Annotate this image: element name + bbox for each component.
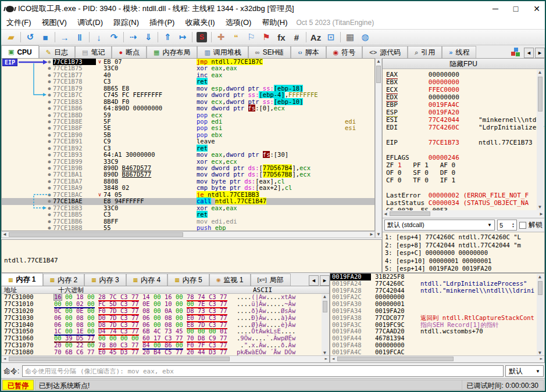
register-line[interactable]: EBX 00000000 — [386, 78, 544, 86]
breakpoint-dot[interactable]: ● — [46, 78, 53, 85]
scroll-dump-tabs-right[interactable]: ► — [320, 275, 330, 286]
stack-argument[interactable]: 2: [esp+8] 77C42044 ntdll.77C42044 "m — [385, 242, 544, 250]
breakpoint-dot[interactable]: ● — [46, 105, 53, 112]
register-line[interactable]: LastStatus C0000034 (STATUS_OBJECT_NA — [386, 199, 544, 207]
breakpoint-dot[interactable]: ● — [46, 171, 53, 178]
tab-内存-1[interactable]: ▦内存 1 — [1, 273, 43, 286]
scroll-tabs-left[interactable]: ◄ — [524, 48, 534, 58]
disasm-row[interactable]: ●77CE1B8664:890D 00000000mov dword ptr f… — [2, 105, 374, 112]
register-line[interactable]: ECX FFEC0000 — [386, 86, 544, 93]
tab-内存-4[interactable]: ▦内存 4 — [126, 274, 168, 286]
preferences-globe-icon[interactable]: ◍ — [358, 30, 373, 44]
tab-日志[interactable]: ✎日志 — [39, 46, 75, 58]
tab-监视-1[interactable]: ◉监视 1 — [209, 274, 251, 286]
stack-row[interactable]: 0019FA3000000001 — [330, 301, 544, 308]
breakpoint-dot[interactable]: ● — [46, 165, 53, 171]
tab-seh链[interactable]: ∞SEH链 — [248, 46, 291, 58]
menu-item[interactable]: 视图(V) — [37, 16, 72, 29]
comments-icon[interactable]: “ — [229, 30, 244, 44]
hide-fpu-button[interactable]: 隐藏FPU — [383, 59, 544, 69]
calculator-icon[interactable]: ▦ — [342, 30, 358, 44]
register-line[interactable]: EIP 77CE1B73 ntdll.77CE1B73 — [386, 139, 544, 146]
register-line[interactable]: ZF 1 PF 1 AF 0 — [386, 161, 544, 169]
step-over-icon[interactable]: ↷ — [106, 30, 122, 44]
tab-笔记[interactable]: ▤笔记 — [75, 46, 112, 58]
stack-argument[interactable]: 5: [esp+14] 0019FA20 0019FA20 — [385, 265, 544, 273]
stack-row[interactable]: 0019FA4077CAAD20ntdll.wcstombs+70 — [330, 328, 544, 335]
dump-rows[interactable]: 77C3100016 00 18 0028 7C C3 7714 00 16 0… — [2, 294, 322, 356]
open-file-icon[interactable]: ▰ — [3, 30, 19, 44]
arg-count-spinner[interactable]: 5 ▲▼ — [497, 220, 517, 231]
dump-vscrollbar[interactable]: ▲ ▼ — [322, 294, 329, 356]
register-line[interactable]: EDI 77C4260C "LdrpInitializePro — [386, 124, 544, 131]
stack-argument[interactable]: 3: [esp+C] 00000000 00000000 — [385, 249, 544, 257]
stack-row[interactable]: 0019FA3C0019FC9C指向SEH_Record[1]的指针 — [330, 322, 544, 329]
tab-cpu[interactable]: ▣CPU — [1, 45, 39, 58]
menu-item[interactable]: 插件(P) — [144, 16, 180, 29]
register-line[interactable]: LastError 00000002 (ERROR_FILE_NOT_F — [386, 192, 544, 199]
breakpoint-dot[interactable]: ● — [46, 125, 53, 131]
breakpoint-dot[interactable]: ● — [46, 65, 53, 71]
tab-引用[interactable]: ⌕引用 — [408, 46, 442, 58]
tab-调用堆栈[interactable]: ▥调用堆栈 — [197, 46, 248, 58]
convention-dropdown[interactable]: 默认 (stdcall) ▼ — [384, 220, 495, 231]
stack-row[interactable]: 0019FA2877C42044ntdll."minkernel\\ntdll\… — [330, 287, 544, 294]
command-input[interactable] — [22, 365, 504, 377]
tab-线程[interactable]: »线程 — [442, 46, 476, 58]
breakpoint-dot[interactable]: ● — [46, 85, 53, 92]
execute-till-return-icon[interactable]: ⇑ — [160, 30, 175, 44]
stack-row[interactable]: 0019FA4800000000 — [330, 342, 544, 349]
breakpoint-dot[interactable]: ● — [46, 138, 53, 145]
dump-hscrollbar[interactable]: ◄ ► — [2, 355, 329, 362]
breakpoint-dot[interactable]: ● — [46, 218, 53, 225]
register-line[interactable]: CF 0 TF 0 IF 1 — [386, 177, 544, 184]
breakpoint-dot[interactable]: ● — [46, 211, 53, 218]
stack-row[interactable]: 0019FA3877CDC077返回到 ntdll.RtlCaptureStac… — [330, 315, 544, 322]
maximize-button[interactable]: □ — [513, 4, 518, 13]
trace-into-icon[interactable]: ⇢ — [126, 30, 141, 44]
close-button[interactable]: ✕ — [533, 4, 540, 13]
hash-icon[interactable]: # — [289, 30, 304, 44]
restart-icon[interactable]: ↺ — [23, 30, 38, 44]
disasm-row[interactable]: ●77CE1B7CC745 FC FEFFFFFFmov dword ptr s… — [2, 92, 374, 98]
tab-局部[interactable]: [x=]局部 — [251, 274, 291, 286]
stack-row[interactable]: 0019FA4C0019FCAC — [330, 349, 544, 356]
stack-row[interactable]: 0019FA2477C4260Cntdll."LdrpInitializePro… — [330, 280, 544, 287]
menu-item[interactable]: 跟踪(N) — [108, 16, 144, 29]
stack-rows[interactable]: 0019FA2031B225F80019FA2477C4260Cntdll."L… — [330, 274, 544, 362]
breakpoint-dot[interactable]: ● — [46, 159, 53, 165]
tab-源代码[interactable]: <>源代码 — [362, 46, 408, 58]
breakpoint-dot[interactable]: ● — [46, 132, 53, 138]
breakpoint-dot[interactable]: ● — [46, 192, 53, 198]
disassembly-pane[interactable]: ●77CE1B73∨EB 07jmp ntdll.77CE1B7C●77CE1B… — [1, 58, 375, 231]
register-line[interactable] — [386, 146, 544, 154]
minimize-button[interactable]: ─ — [493, 4, 498, 13]
tab-符号[interactable]: ◉符号 — [326, 46, 363, 58]
register-line[interactable]: ESI 77C42044 "minkernel\\ntdll\ — [386, 116, 544, 124]
register-line[interactable]: EDX 00000000 — [386, 93, 544, 101]
call-arguments-list[interactable]: 1: [esp+4] 77C4260C ntdll.77C4260C "L2: … — [383, 232, 544, 274]
disasm-row[interactable]: ●77CE1BAEE8 94FFFFFFcall ntdll.77CE1B47 — [2, 198, 374, 204]
register-line[interactable]: EFLAGS 00000246 — [386, 154, 544, 161]
register-line[interactable] — [386, 131, 544, 139]
menu-item[interactable]: 帮助(H) — [256, 16, 292, 29]
tab-内存布局[interactable]: ▦内存布局 — [147, 46, 197, 58]
run-to-user-code-icon[interactable]: ↦ — [175, 30, 190, 44]
registers-hscrollbar[interactable]: ◄ ► — [383, 210, 544, 218]
menu-item[interactable]: 选项(O) — [220, 16, 257, 29]
breakpoint-dot[interactable]: ● — [46, 72, 53, 78]
breakpoint-dot[interactable]: ● — [46, 185, 53, 191]
breakpoint-dot[interactable]: ● — [46, 225, 53, 231]
register-line[interactable]: ESP 0019FA20 — [386, 109, 544, 116]
menu-item[interactable]: 调试(D) — [72, 16, 108, 29]
breakpoint-dot[interactable]: ● — [46, 198, 53, 204]
breakpoint-dot[interactable]: ● — [46, 118, 53, 125]
stack-argument[interactable]: 1: [esp+4] 77C4260C ntdll.77C4260C "L — [385, 233, 544, 242]
breakpoint-dot[interactable]: ● — [46, 92, 53, 98]
stack-row[interactable]: 0019FA340019FA20 — [330, 308, 544, 315]
breakpoint-dot[interactable]: ● — [46, 112, 53, 118]
trace-over-icon[interactable]: ⇓ — [141, 30, 156, 44]
bookmarks-icon[interactable]: ⚑ — [259, 30, 274, 44]
breakpoint-dot[interactable]: ● — [46, 205, 53, 211]
menu-item[interactable]: 收藏夹(I) — [180, 16, 220, 29]
